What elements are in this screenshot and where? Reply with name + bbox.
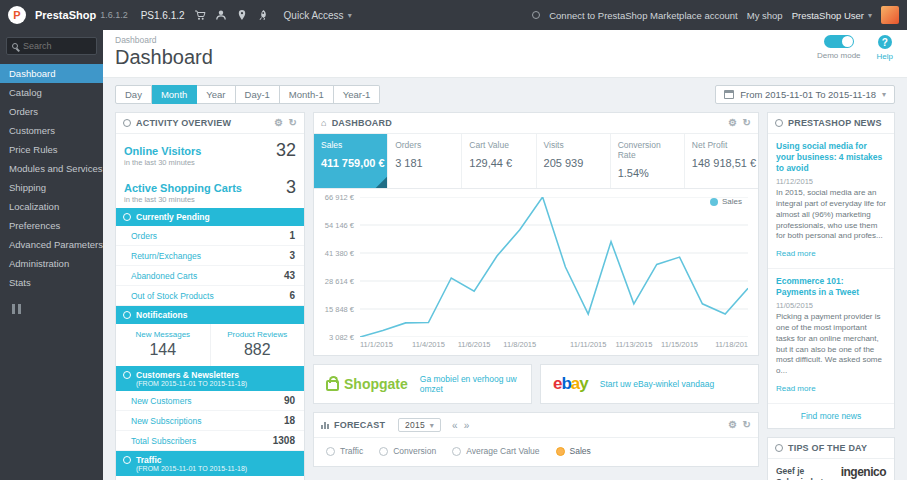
- forecast-option-conversion[interactable]: Conversion: [379, 446, 436, 456]
- period-day-1-button[interactable]: Day-1: [236, 85, 280, 104]
- next-year-button[interactable]: »: [464, 420, 470, 431]
- bell-icon: [123, 311, 131, 319]
- sidebar-item-advanced-parameters[interactable]: Advanced Parameters: [0, 235, 103, 254]
- period-year-1-button[interactable]: Year-1: [334, 85, 381, 104]
- abandoned-carts-link[interactable]: Abandoned Carts: [131, 271, 197, 281]
- new-messages-value: 144: [118, 341, 208, 359]
- sidebar-item-shipping[interactable]: Shipping: [0, 178, 103, 197]
- rocket-icon[interactable]: [257, 9, 269, 21]
- prestashop-logo-icon[interactable]: P: [8, 6, 26, 24]
- user-avatar[interactable]: [881, 6, 899, 24]
- sidebar-item-customers[interactable]: Customers: [0, 121, 103, 140]
- dashboard-panel: ⌂ DASHBOARD ⚙ ↻ Sales 411 759,00 €: [313, 112, 759, 356]
- gear-icon[interactable]: ⚙: [274, 118, 283, 128]
- refresh-icon[interactable]: ↻: [742, 118, 751, 128]
- forecast-option-sales[interactable]: Sales: [556, 446, 591, 456]
- kpi-visits-label: Visits: [544, 140, 603, 150]
- out-of-stock-link[interactable]: Out of Stock Products: [131, 291, 214, 301]
- gear-icon[interactable]: ⚙: [728, 118, 737, 128]
- x-axis-tick: 11/11/2015: [570, 340, 606, 349]
- demo-mode-toggle[interactable]: [824, 35, 854, 48]
- currently-pending-banner: Currently Pending: [116, 208, 304, 226]
- new-messages-cell[interactable]: New Messages 144: [116, 324, 211, 366]
- refresh-icon[interactable]: ↻: [742, 420, 751, 430]
- cart-icon[interactable]: [194, 9, 206, 21]
- search-input[interactable]: [23, 41, 91, 51]
- read-more-link[interactable]: Read more: [776, 249, 816, 258]
- new-customers-link[interactable]: New Customers: [131, 396, 191, 406]
- sidebar-item-price-rules[interactable]: Price Rules: [0, 140, 103, 159]
- location-pin-icon[interactable]: [236, 9, 248, 21]
- sidebar-item-dashboard[interactable]: Dashboard: [0, 64, 103, 83]
- sidebar-item-preferences[interactable]: Preferences: [0, 216, 103, 235]
- refresh-icon[interactable]: ↻: [288, 118, 297, 128]
- clock-icon: [123, 213, 131, 221]
- shopgate-brand: Shopgate: [344, 376, 408, 392]
- chart-plot-area[interactable]: [360, 197, 748, 337]
- period-month-button[interactable]: Month: [152, 85, 197, 104]
- chevron-down-icon: ▾: [882, 90, 886, 99]
- quick-access-menu[interactable]: Quick Access ▾: [284, 10, 352, 21]
- new-subscriptions-link[interactable]: New Subscriptions: [131, 416, 201, 426]
- kpi-conversion-rate[interactable]: Conversion Rate 1.54%: [611, 134, 685, 188]
- gear-icon[interactable]: ⚙: [728, 420, 737, 430]
- shop-name-link[interactable]: PS1.6.1.2: [141, 10, 185, 21]
- period-year-button[interactable]: Year: [197, 85, 235, 104]
- y-axis-tick: 66 912 €: [325, 193, 354, 202]
- sidebar-item-modules[interactable]: Modules and Services: [0, 159, 103, 178]
- google-analytics-link[interactable]: Link to your Google Analytics account: [116, 476, 304, 480]
- marketplace-icon: [532, 11, 540, 19]
- ebay-promo[interactable]: ebay Start uw eBay-winkel vandaag: [540, 364, 759, 404]
- kpi-sales[interactable]: Sales 411 759,00 €: [314, 134, 388, 188]
- sidebar-item-catalog[interactable]: Catalog: [0, 83, 103, 102]
- pending-orders-link[interactable]: Orders: [131, 231, 157, 241]
- forecast-option-traffic[interactable]: Traffic: [326, 446, 363, 456]
- forecast-year-select[interactable]: 2015 ▾: [398, 418, 441, 432]
- kpi-orders[interactable]: Orders 3 181: [388, 134, 462, 188]
- article-title-link[interactable]: Using social media for your business: 4 …: [776, 141, 886, 174]
- sidebar-item-stats[interactable]: Stats: [0, 273, 103, 292]
- active-carts-link[interactable]: Active Shopping Carts: [124, 182, 242, 194]
- forecast-option-conversion-label: Conversion: [393, 446, 436, 456]
- date-range-picker[interactable]: From 2015-11-01 To 2015-11-18 ▾: [715, 85, 895, 104]
- period-month-1-button[interactable]: Month-1: [280, 85, 334, 104]
- user-menu[interactable]: PrestaShop User ▾: [792, 10, 872, 21]
- previous-year-button[interactable]: «: [452, 420, 458, 431]
- ingenico-logo: ingenico Payment services: [831, 466, 886, 480]
- total-subscribers-value: 1308: [273, 435, 295, 446]
- forecast-option-average-cart-value[interactable]: Average Cart Value: [452, 446, 539, 456]
- shopgate-promo[interactable]: Shopgate Ga mobiel en verhoog uw omzet: [313, 364, 532, 404]
- activity-icon: [123, 119, 131, 127]
- help-icon[interactable]: ?: [878, 35, 892, 49]
- sidebar-item-administration[interactable]: Administration: [0, 254, 103, 273]
- product-reviews-cell[interactable]: Product Reviews 882: [211, 324, 305, 366]
- forecast-option-traffic-label: Traffic: [340, 446, 363, 456]
- shopgate-link[interactable]: Ga mobiel en verhoog uw omzet: [420, 374, 519, 394]
- sidebar-item-orders[interactable]: Orders: [0, 102, 103, 121]
- active-carts-stat: Active Shopping Carts 3 in the last 30 m…: [116, 171, 304, 208]
- breadcrumb[interactable]: Dashboard: [115, 35, 895, 45]
- collapse-menu-icon[interactable]: [12, 304, 103, 314]
- kpi-cart-value[interactable]: Cart Value 129,44 €: [462, 134, 536, 188]
- find-more-news-link[interactable]: Find more news: [768, 404, 894, 428]
- kpi-orders-label: Orders: [395, 140, 454, 150]
- corner-ribbon: [376, 177, 388, 188]
- total-subscribers-link[interactable]: Total Subscribers: [131, 436, 196, 446]
- customers-icon[interactable]: [215, 9, 227, 21]
- ebay-link[interactable]: Start uw eBay-winkel vandaag: [600, 379, 714, 389]
- help-label[interactable]: Help: [877, 52, 893, 61]
- online-visitors-link[interactable]: Online Visitors: [124, 145, 201, 157]
- kpi-sales-value: 411 759,00 €: [321, 157, 380, 169]
- sidebar-search[interactable]: [6, 37, 97, 55]
- period-day-button[interactable]: Day: [115, 85, 152, 104]
- kpi-visits[interactable]: Visits 205 939: [537, 134, 611, 188]
- article-title-link[interactable]: Ecommerce 101: Payments in a Tweet: [776, 276, 886, 298]
- pending-returns-link[interactable]: Return/Exchanges: [131, 251, 201, 261]
- radio-icon: [379, 447, 388, 456]
- marketplace-link[interactable]: Connect to PrestaShop Marketplace accoun…: [549, 10, 738, 21]
- read-more-link[interactable]: Read more: [776, 384, 816, 393]
- ingenico-logo-text: ingenico: [831, 466, 886, 479]
- my-shop-link[interactable]: My shop: [747, 10, 783, 21]
- sidebar-item-localization[interactable]: Localization: [0, 197, 103, 216]
- kpi-net-profit[interactable]: Net Profit 148 918,51 €: [685, 134, 758, 188]
